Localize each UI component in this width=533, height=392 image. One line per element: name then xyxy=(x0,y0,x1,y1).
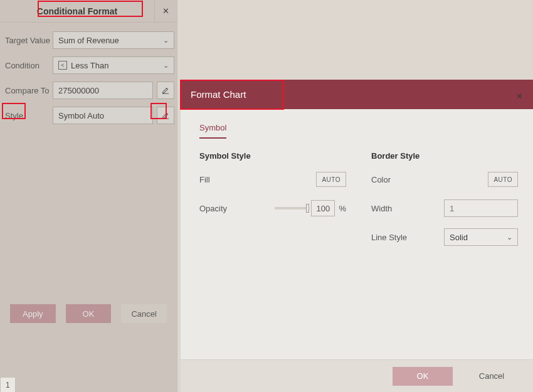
sheet-tab-1[interactable]: 1 xyxy=(0,377,16,392)
edit-icon xyxy=(161,86,170,95)
width-input[interactable]: 1 xyxy=(444,199,518,217)
chevron-down-icon: ⌄ xyxy=(163,36,169,45)
dialog-cancel-button[interactable]: Cancel xyxy=(462,367,522,386)
fill-label: Fill xyxy=(199,175,210,184)
panel-close-button[interactable]: ✕ xyxy=(154,0,177,22)
apply-button[interactable]: Apply xyxy=(10,304,56,323)
ok-button[interactable]: OK xyxy=(66,304,112,323)
line-style-value: Solid xyxy=(450,233,468,242)
condition-label: Condition xyxy=(3,61,53,70)
opacity-slider[interactable] xyxy=(275,207,307,209)
border-style-column: Border Style Color AUTO Width 1 Line Sty… xyxy=(371,151,518,257)
dialog-footer: OK Cancel xyxy=(181,359,533,392)
panel-footer: Apply OK Cancel xyxy=(0,304,177,323)
border-style-heading: Border Style xyxy=(371,151,518,161)
chevron-down-icon: ⌄ xyxy=(507,233,512,241)
condition-select[interactable]: < Less Than ⌄ xyxy=(53,56,174,74)
color-label: Color xyxy=(371,175,391,184)
compare-to-edit-button[interactable] xyxy=(157,82,174,99)
line-style-select[interactable]: Solid ⌄ xyxy=(444,228,518,246)
symbol-style-heading: Symbol Style xyxy=(199,151,346,161)
tab-symbol[interactable]: Symbol xyxy=(199,120,226,139)
style-value: Symbol Auto xyxy=(58,111,104,120)
compare-to-input[interactable]: 275000000 xyxy=(53,82,153,99)
format-chart-dialog: Format Chart ✕ Symbol Symbol Style Fill … xyxy=(180,80,533,392)
opacity-value-input[interactable]: 100 xyxy=(311,200,335,216)
dialog-close-button[interactable]: ✕ xyxy=(516,88,523,101)
target-value-text: Sum of Revenue xyxy=(58,36,119,45)
compare-to-label: Compare To xyxy=(3,86,53,95)
close-icon: ✕ xyxy=(162,6,169,16)
cancel-button[interactable]: Cancel xyxy=(121,304,167,323)
color-auto-button[interactable]: AUTO xyxy=(488,172,518,187)
slider-thumb[interactable] xyxy=(306,204,309,213)
dialog-tabs: Symbol xyxy=(199,120,518,140)
compare-to-value: 275000000 xyxy=(58,86,99,95)
sheet-tabs: 1 xyxy=(0,376,16,392)
less-than-icon: < xyxy=(58,61,67,70)
panel-title: Conditional Format xyxy=(0,0,154,22)
chevron-down-icon: ⌄ xyxy=(163,61,169,70)
style-label: Style xyxy=(3,111,53,120)
close-icon: ✕ xyxy=(516,92,523,101)
dialog-header: Format Chart ✕ xyxy=(181,80,533,109)
target-value-label: Target Value xyxy=(3,36,53,45)
line-style-label: Line Style xyxy=(371,233,407,242)
style-edit-button[interactable] xyxy=(157,107,174,124)
target-value-select[interactable]: Sum of Revenue ⌄ xyxy=(53,31,174,49)
fill-auto-button[interactable]: AUTO xyxy=(316,172,346,187)
opacity-unit: % xyxy=(339,204,346,213)
symbol-style-column: Symbol Style Fill AUTO Opacity 100 % xyxy=(199,151,346,257)
condition-text: Less Than xyxy=(71,61,108,70)
dialog-ok-button[interactable]: OK xyxy=(393,367,453,386)
style-display: Symbol Auto xyxy=(53,107,153,124)
width-label: Width xyxy=(371,204,392,213)
edit-icon xyxy=(161,111,170,120)
panel-header: Conditional Format ✕ xyxy=(0,0,177,23)
opacity-label: Opacity xyxy=(199,204,227,213)
conditional-format-panel: Conditional Format ✕ Target Value Sum of… xyxy=(0,0,177,392)
dialog-title: Format Chart xyxy=(191,89,246,100)
